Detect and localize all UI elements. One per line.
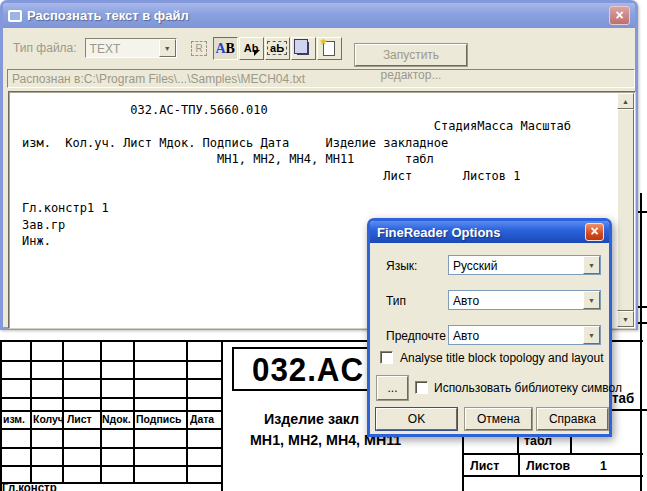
- copy-pages-button[interactable]: [291, 37, 316, 60]
- col-izm: изм.: [3, 413, 25, 425]
- preference-row: Предпочтен Авто ▼: [370, 325, 609, 345]
- help-button[interactable]: Справка: [537, 408, 608, 430]
- analyse-checkbox-label[interactable]: Analyse title block topology and layout: [400, 351, 603, 365]
- ocr-region-button[interactable]: R: [187, 37, 212, 60]
- close-icon[interactable]: ×: [585, 223, 604, 241]
- main-toolbar: Тип файла: TEXT ▼ R AB Аb аЬ: [3, 31, 635, 65]
- browse-button[interactable]: ...: [377, 376, 408, 400]
- col-podpis: Подпись: [136, 413, 181, 425]
- star-icon: ★: [319, 36, 328, 47]
- col-ndok: Nдок.: [102, 413, 131, 425]
- type-label: Тип: [386, 294, 446, 308]
- vertical-scrollbar[interactable]: ▲ ▼: [617, 93, 634, 327]
- language-label: Язык:: [386, 259, 446, 273]
- ok-button[interactable]: OK: [376, 408, 457, 430]
- run-editor-button[interactable]: Запустить редактор...: [355, 44, 467, 66]
- toolbar-icon-group: R AB Аb аЬ ★: [187, 37, 342, 60]
- output-path-field: Распознан в:C:\Program Files\...\Samples…: [7, 69, 635, 88]
- font-recognition-button[interactable]: AB: [213, 37, 238, 60]
- text-block-icon: аЬ: [267, 41, 287, 55]
- window-icon: [8, 10, 22, 22]
- sheets-label: Листов: [526, 458, 570, 473]
- options-dialog-title: FineReader Options: [377, 225, 501, 240]
- cancel-button[interactable]: Отмена: [465, 408, 532, 430]
- main-window-title: Распознать текст в файл: [27, 8, 189, 23]
- doc-number: 032.AC: [252, 351, 364, 389]
- text-block-button[interactable]: аЬ: [265, 37, 290, 60]
- col-list: Лист: [67, 413, 92, 425]
- gl-konstr-partial: Гл.констр: [2, 481, 57, 491]
- preference-combobox[interactable]: Авто ▼: [448, 325, 601, 345]
- col-koluch: Колуч: [33, 413, 64, 425]
- cursor-arrow-icon: [254, 50, 260, 56]
- library-checkbox-label[interactable]: Использовать библиотеку символ: [434, 381, 622, 395]
- new-document-icon: ★: [323, 41, 335, 56]
- type-value: Авто: [449, 291, 583, 309]
- col-data: Дата: [190, 413, 214, 425]
- chevron-down-icon[interactable]: ▼: [583, 256, 600, 274]
- scroll-down-icon[interactable]: ▼: [617, 311, 634, 327]
- sheets-value: 1: [600, 458, 607, 473]
- analyse-checkbox[interactable]: [380, 351, 393, 364]
- close-icon[interactable]: ×: [609, 6, 630, 25]
- chevron-down-icon[interactable]: ▼: [583, 291, 600, 309]
- language-row: Язык: Русский ▼: [370, 255, 609, 275]
- language-value: Русский: [449, 256, 583, 274]
- file-type-value: TEXT: [86, 39, 159, 57]
- scroll-up-icon[interactable]: ▲: [617, 93, 634, 109]
- preference-value: Авто: [449, 326, 583, 344]
- library-checkbox[interactable]: [415, 381, 428, 394]
- sheet-label: Лист: [470, 458, 499, 473]
- language-combobox[interactable]: Русский ▼: [448, 255, 601, 275]
- main-titlebar[interactable]: Распознать текст в файл ×: [3, 3, 635, 28]
- finereader-options-dialog: FineReader Options × Язык: Русский ▼ Тип…: [367, 218, 612, 437]
- select-text-button[interactable]: Аb: [239, 37, 264, 60]
- file-type-label: Тип файла:: [13, 41, 77, 55]
- type-row: Тип Авто ▼: [370, 290, 609, 310]
- product-name: Изделие закл: [264, 410, 359, 427]
- type-combobox[interactable]: Авто ▼: [448, 290, 601, 310]
- new-document-button[interactable]: ★: [317, 37, 342, 60]
- ocr-region-icon: R: [191, 41, 206, 56]
- file-type-combobox[interactable]: TEXT ▼: [85, 38, 177, 58]
- chevron-down-icon[interactable]: ▼: [583, 326, 600, 344]
- copy-pages-icon: [297, 42, 309, 55]
- options-titlebar[interactable]: FineReader Options ×: [370, 221, 609, 243]
- scrollbar-thumb[interactable]: [617, 109, 634, 311]
- preference-label: Предпочтен: [386, 329, 446, 343]
- chevron-down-icon[interactable]: ▼: [159, 39, 176, 57]
- screen: изм. Колуч Лист Nдок. Подпись Дата 032.A…: [0, 0, 647, 491]
- font-recognition-icon: AB: [215, 41, 234, 56]
